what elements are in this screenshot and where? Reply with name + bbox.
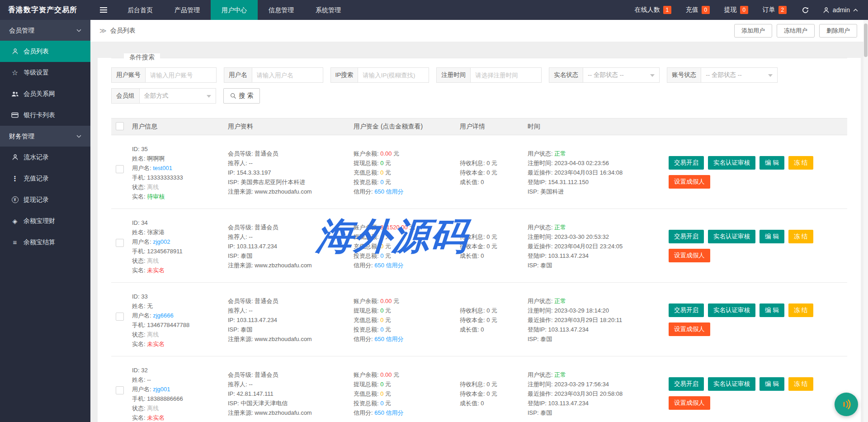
sidebar-item-1-3[interactable]: 会员关系网 — [0, 83, 90, 104]
edit-button[interactable]: 编 辑 — [760, 303, 784, 317]
last-operation: 2023年04月03日 16:34:08 — [554, 169, 623, 176]
search-input[interactable] — [252, 67, 323, 83]
credit-score[interactable]: 650 信用分 — [374, 336, 403, 342]
balance-amount[interactable]: 0.00 — [380, 371, 392, 378]
search-input[interactable] — [470, 67, 542, 83]
credit-score[interactable]: 650 信用分 — [374, 409, 403, 416]
field-label: 推荐人: — [228, 381, 249, 388]
username-link[interactable]: zjg001 — [153, 386, 170, 393]
sidebar-item-2-4[interactable]: ◈余额宝理财 — [0, 210, 90, 232]
header-user-funds: 用户资金 (点击金额查看) — [354, 123, 460, 131]
freeze-button[interactable]: 冻 结 — [788, 230, 813, 243]
sidebar-item-2-3[interactable]: ¥提现记录 — [0, 189, 90, 210]
select-all-checkbox[interactable] — [116, 122, 124, 130]
set-fake-button[interactable]: 设置成假人 — [669, 249, 710, 262]
nav-stat-1[interactable]: 在线人数1 — [627, 0, 679, 20]
freeze-button[interactable]: 冻 结 — [788, 377, 813, 391]
field-label: 注册来源: — [228, 188, 255, 195]
realname-audit-button[interactable]: 实名认证审核 — [708, 156, 755, 170]
freeze-button[interactable]: 冻 结 — [788, 303, 813, 317]
credit-score[interactable]: 650 信用分 — [374, 262, 403, 269]
unit-label: 元 — [490, 307, 497, 314]
row-checkbox[interactable] — [116, 239, 124, 247]
username-link[interactable]: zjg6666 — [153, 312, 174, 319]
sound-wave-icon — [840, 398, 853, 411]
user-detail-cell: 待收利息: 0 元待收本金: 0 元成长值: 0 — [460, 213, 528, 275]
trade-toggle-button[interactable]: 交易开启 — [669, 377, 704, 391]
balance-amount[interactable]: 0.00 — [380, 298, 392, 304]
sidebar-item-2-5[interactable]: ≡余额宝结算 — [0, 232, 90, 253]
floating-service-button[interactable] — [835, 393, 858, 416]
nav-item-2[interactable]: 产品管理 — [164, 0, 211, 20]
user-info-cell: ID: 33姓名: 无用户名: zjg6666手机: 1346778447788… — [132, 287, 228, 349]
trade-toggle-button[interactable]: 交易开启 — [669, 230, 704, 243]
admin-menu[interactable]: admin — [817, 0, 868, 20]
unit-label: 元 — [383, 317, 391, 323]
unit-label: 元 — [392, 298, 400, 304]
breadcrumb-bar: ≫ 会员列表 添加用户 冻结用户 删除用户 — [90, 20, 868, 42]
search-button[interactable]: 搜 索 — [223, 88, 260, 104]
nav-stat-2[interactable]: 充值0 — [679, 0, 717, 20]
main-content: ≫ 会员列表 添加用户 冻结用户 删除用户 条件搜索 用户账号用户名IP搜索注册… — [90, 20, 868, 422]
sidebar-item-label: 会员列表 — [24, 47, 49, 56]
credit-score[interactable]: 650 信用分 — [374, 188, 403, 195]
search-fieldset: 条件搜索 用户账号用户名IP搜索注册时间实名状态-- 全部状态 --账号状态--… — [111, 58, 847, 104]
search-input[interactable] — [358, 67, 429, 83]
row-checkbox[interactable] — [116, 165, 124, 173]
field-label: 待收本金: — [460, 243, 486, 250]
realname-audit-button[interactable]: 实名认证审核 — [708, 303, 755, 317]
edit-button[interactable]: 编 辑 — [760, 377, 784, 391]
row-checkbox[interactable] — [116, 386, 124, 394]
field-label: 实名: — [132, 414, 147, 421]
nav-item-4[interactable]: 信息管理 — [258, 0, 305, 20]
delete-user-button[interactable]: 删除用户 — [819, 24, 857, 38]
nav-item-1[interactable]: 后台首页 — [117, 0, 164, 20]
table-row-35: ID: 35姓名: 啊啊啊用户名: test001手机: 13333333333… — [111, 135, 847, 209]
login-ip-line: 登陆IP: 103.113.47.234 — [528, 251, 669, 261]
sidebar-section-2[interactable]: 财务管理 — [0, 126, 90, 147]
freeze-user-button[interactable]: 冻结用户 — [777, 24, 815, 38]
scrollbar-thumb[interactable] — [864, 24, 868, 57]
set-fake-button[interactable]: 设置成假人 — [669, 175, 710, 189]
realname-audit-button[interactable]: 实名认证审核 — [708, 230, 755, 243]
hamburger-menu-icon[interactable] — [90, 0, 117, 20]
search-select[interactable]: -- 全部状态 -- — [701, 67, 778, 83]
freeze-button[interactable]: 冻 结 — [788, 156, 813, 170]
trade-toggle-button[interactable]: 交易开启 — [669, 303, 704, 317]
add-user-button[interactable]: 添加用户 — [734, 24, 772, 38]
realname-audit-button[interactable]: 实名认证审核 — [708, 377, 755, 391]
reg-ip: 103.113.47.234 — [237, 317, 277, 323]
field-label: 信用分: — [354, 336, 374, 342]
username-link[interactable]: test001 — [153, 165, 172, 171]
sidebar-item-2-2[interactable]: ⋮充值记录 — [0, 168, 90, 189]
withdraw-total-line: 提现总额: 0 元 — [354, 379, 460, 389]
row-checkbox[interactable] — [116, 313, 124, 321]
search-select[interactable]: 全部方式 — [139, 88, 216, 104]
row-actions-cell: 交易开启实名认证审核编 辑冻 结设置成假人 — [669, 287, 847, 349]
nav-item-5[interactable]: 系统管理 — [305, 0, 352, 20]
set-fake-button[interactable]: 设置成假人 — [669, 322, 710, 336]
nav-stat-3[interactable]: 提现0 — [717, 0, 755, 20]
search-select[interactable]: -- 全部状态 -- — [583, 67, 660, 83]
refresh-icon[interactable] — [794, 0, 817, 20]
nav-stat-4[interactable]: 订单2 — [755, 0, 794, 20]
online-status-line: 状态: 离线 — [132, 182, 228, 192]
reg-source-line: 注册来源: www.zbzhoudafu.com — [228, 261, 354, 270]
sidebar-item-1-4[interactable]: 银行卡列表 — [0, 104, 90, 126]
sidebar-item-2-1[interactable]: 流水记录 — [0, 147, 90, 168]
search-input[interactable] — [145, 67, 217, 83]
trade-toggle-button[interactable]: 交易开启 — [669, 156, 704, 170]
sidebar-item-1-2[interactable]: ☆等级设置 — [0, 62, 90, 83]
username-link[interactable]: zjg002 — [153, 238, 170, 245]
sidebar-item-1-1[interactable]: 会员列表 — [0, 41, 90, 62]
nav-item-3[interactable]: 用户中心 — [211, 0, 258, 20]
balance-amount[interactable]: 0.00 — [380, 150, 392, 157]
unit-label: 元 — [490, 160, 497, 166]
set-fake-button[interactable]: 设置成假人 — [669, 396, 710, 410]
edit-button[interactable]: 编 辑 — [760, 230, 784, 243]
register-time: 2023-03-29 18:14:20 — [554, 307, 609, 314]
edit-button[interactable]: 编 辑 — [760, 156, 784, 170]
sidebar-section-1[interactable]: 会员管理 — [0, 20, 90, 41]
vertical-scrollbar[interactable] — [863, 20, 868, 422]
balance-amount[interactable]: 811520.00 — [380, 224, 408, 231]
